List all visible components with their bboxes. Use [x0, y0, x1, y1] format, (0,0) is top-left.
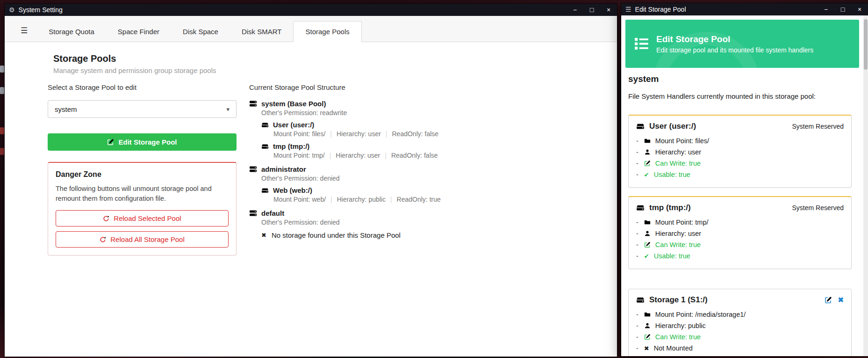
- folder-icon: [644, 311, 651, 318]
- storage-header: Web (web:/): [261, 186, 441, 194]
- menu-button[interactable]: ☰: [11, 20, 37, 42]
- tab-storage-quota[interactable]: Storage Quota: [37, 22, 106, 42]
- tab-space-finder[interactable]: Space Finder: [106, 22, 171, 42]
- refresh-icon: [103, 215, 109, 222]
- property-text: Mount Point: /media/storage1/: [655, 311, 746, 318]
- storage-name: Web (web:/): [273, 186, 312, 194]
- property-text: Hierarchy: user: [655, 230, 701, 237]
- handler-properties: Mount Point: /media/storage1/ Hierarchy:…: [636, 309, 844, 354]
- desktop-icon[interactable]: [0, 87, 4, 94]
- pool-node-default: default Other's Permission: denied ✖ No …: [249, 209, 441, 239]
- maximize-button[interactable]: □: [834, 3, 851, 15]
- storage-details: Mount Point: tmp/ Hierarchy: user ReadOn…: [273, 152, 441, 159]
- scrollbar[interactable]: [863, 15, 868, 356]
- cross-icon: ✖: [261, 232, 266, 238]
- hdd-icon: [261, 143, 269, 150]
- property-text: Usable: true: [654, 252, 690, 260]
- storage-header: User (user:/): [261, 121, 441, 129]
- close-button[interactable]: ×: [851, 3, 868, 15]
- handler-can-write: Can Write: true: [636, 158, 844, 169]
- handler-card-user: User (user:/) System Reserved Mount Poin…: [628, 115, 852, 188]
- check-icon: ✔: [644, 172, 649, 178]
- edit-icon: [644, 334, 651, 340]
- handler-card-header: User (user:/) System Reserved: [636, 122, 844, 131]
- divider: [330, 196, 332, 203]
- edit-storage-pool-window: ☰ Edit Storage Pool − □ × Edit Storage P…: [621, 3, 868, 356]
- minimize-button[interactable]: −: [567, 4, 583, 16]
- hdd-icon: [636, 204, 645, 212]
- divider: [386, 130, 387, 138]
- handler-mount-point: Mount Point: tmp/: [636, 217, 844, 228]
- server-icon: [249, 100, 257, 108]
- divider: [330, 130, 332, 138]
- storage-hierarchy: Hierarchy: user: [337, 130, 381, 138]
- edited-pool-name: system: [628, 74, 863, 84]
- property-text: Can Write: true: [655, 160, 701, 167]
- storage-pools-page: Storage Pools Manage system and permissi…: [5, 42, 617, 357]
- close-button[interactable]: ×: [600, 4, 617, 16]
- system-setting-window: ⚙ System Setting − □ × ☰ Storage Quota S…: [5, 4, 617, 357]
- scrollbar-thumb[interactable]: [864, 19, 868, 70]
- maximize-button[interactable]: □: [583, 4, 600, 16]
- edit-titlebar[interactable]: ☰ Edit Storage Pool − □ ×: [621, 3, 868, 15]
- handler-name: Storage 1 (S1:/): [649, 295, 708, 305]
- storage-readonly: ReadOnly: false: [392, 130, 438, 138]
- storage-hierarchy: Hierarchy: public: [337, 196, 386, 203]
- pool-header: default: [249, 209, 441, 217]
- tab-bar: ☰ Storage Quota Space Finder Disk Space …: [5, 16, 617, 42]
- tab-storage-pools[interactable]: Storage Pools: [293, 21, 361, 42]
- tab-disk-space[interactable]: Disk Space: [171, 22, 230, 42]
- minimize-button[interactable]: −: [818, 3, 834, 15]
- remove-handler-button[interactable]: ✖: [838, 296, 844, 304]
- banner-subtitle: Edit storage pool and its mounted file s…: [656, 46, 813, 54]
- hamburger-icon: ☰: [625, 6, 631, 13]
- reload-all-storage-pool-label: Reload All Storage Pool: [110, 235, 184, 243]
- hdd-icon: [261, 187, 269, 194]
- server-icon: [249, 165, 257, 173]
- tab-disk-smart[interactable]: Disk SMART: [230, 22, 294, 42]
- page-title: Storage Pools: [53, 53, 216, 64]
- handler-name: User (user:/): [649, 122, 696, 131]
- folder-icon: [644, 138, 651, 144]
- handler-usable: ✔ Usable: true: [636, 250, 844, 262]
- edit-handler-button[interactable]: [825, 296, 832, 304]
- window-controls: − □ ×: [567, 4, 617, 16]
- select-pool-label: Select a Storage Pool to edit: [48, 83, 237, 91]
- desktop-icon[interactable]: [0, 66, 4, 73]
- handlers-description: File System Handlers currently mounted i…: [628, 92, 863, 100]
- handler-properties: Mount Point: tmp/ Hierarchy: user Can Wr…: [636, 217, 844, 262]
- storage-details: Mount Point: web/ Hierarchy: public Read…: [273, 196, 441, 203]
- reload-all-storage-pool-button[interactable]: Reload All Storage Pool: [56, 231, 229, 248]
- danger-zone-card: Danger Zone The following buttons will u…: [48, 162, 237, 256]
- handler-card-tmp: tmp (tmp:/) System Reserved Mount Point:…: [628, 196, 852, 269]
- system-reserved-badge: System Reserved: [792, 123, 844, 130]
- storage-header: tmp (tmp:/): [261, 142, 441, 150]
- refresh-icon: [100, 236, 106, 243]
- storage-readonly: ReadOnly: true: [397, 196, 441, 203]
- banner-text: Edit Storage Pool Edit storage pool and …: [656, 34, 813, 54]
- main-titlebar[interactable]: ⚙ System Setting − □ ×: [5, 4, 617, 16]
- reload-selected-pool-label: Reload Selected Pool: [114, 214, 181, 222]
- check-icon: ✔: [644, 253, 649, 259]
- handler-name: tmp (tmp:/): [649, 203, 691, 212]
- storage-pool-dropdown[interactable]: system ▾: [48, 100, 237, 118]
- desktop-icon[interactable]: [0, 127, 4, 134]
- list-icon: [634, 37, 649, 51]
- divider: [385, 152, 387, 159]
- property-text: Hierarchy: user: [655, 148, 701, 156]
- storage-name: User (user:/): [273, 121, 314, 129]
- edit-pool-banner: Edit Storage Pool Edit storage pool and …: [625, 20, 859, 68]
- reload-selected-pool-button[interactable]: Reload Selected Pool: [56, 210, 229, 226]
- empty-message-text: No storage found under this Storage Pool: [272, 231, 401, 239]
- property-text: Usable: true: [654, 171, 690, 178]
- system-reserved-badge: System Reserved: [792, 204, 844, 212]
- storage-readonly: ReadOnly: false: [391, 152, 438, 159]
- storage-hierarchy: Hierarchy: user: [336, 152, 380, 159]
- divider: [330, 152, 331, 159]
- desktop-icon[interactable]: [0, 148, 4, 155]
- handler-can-write: Can Write: true: [636, 331, 844, 343]
- edit-storage-pool-button[interactable]: Edit Storage Pool: [48, 133, 237, 151]
- handler-hierarchy: Hierarchy: user: [636, 228, 844, 239]
- storage-mount-point: Mount Point: files/: [273, 130, 325, 138]
- cross-icon: ✖: [644, 345, 649, 351]
